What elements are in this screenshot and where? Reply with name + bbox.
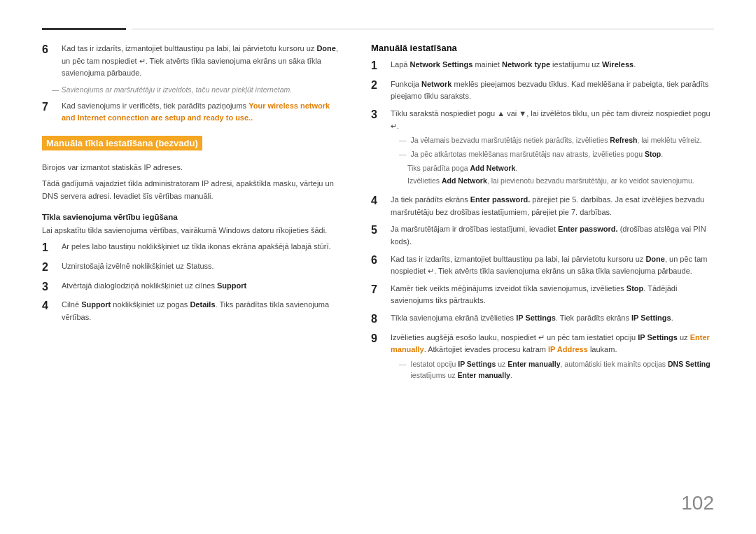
step-number: 4 bbox=[42, 299, 57, 314]
sub-heading-network-values: Tīkla savienojuma vērtību iegūšana bbox=[42, 213, 343, 221]
step-text: Kad tas ir izdarīts, izmantojiet bulttau… bbox=[391, 253, 714, 278]
step-number: 1 bbox=[371, 59, 386, 73]
step-text: Tīklu sarakstā nospiediet pogu ▲ vai ▼, … bbox=[391, 108, 714, 189]
list-item: 8 Tīkla savienojuma ekrānā izvēlieties I… bbox=[371, 312, 714, 327]
step-number: 6 bbox=[42, 43, 57, 57]
step-number: 3 bbox=[42, 280, 57, 295]
divider-thick bbox=[42, 28, 126, 30]
step-text: Ja maršrutētājam ir drošības iestatījumi… bbox=[391, 223, 714, 248]
list-item: 6 Kad tas ir izdarīts, izmantojiet bultt… bbox=[371, 253, 714, 278]
step-6-intro: 6 Kad tas ir izdarīts, izmantojiet bultt… bbox=[42, 43, 343, 80]
list-item: 1 Ar peles labo taustiņu noklikšķiniet u… bbox=[42, 241, 343, 255]
note-indent: Tiks parādīta poga Add Network. bbox=[407, 163, 714, 174]
step-number: 7 bbox=[371, 283, 386, 297]
step-text: Tīkla savienojuma ekrānā izvēlieties IP … bbox=[391, 312, 714, 325]
right-column: Manuālā iestatīšana 1 Lapā Network Setti… bbox=[371, 43, 714, 388]
step-text: Lapā Network Settings mainiet Network ty… bbox=[391, 59, 714, 71]
list-item: 3 Tīklu sarakstā nospiediet pogu ▲ vai ▼… bbox=[371, 108, 714, 189]
list-item: 4 Ja tiek parādīts ekrāns Enter password… bbox=[371, 194, 714, 218]
step-text: Cilnē Support noklikšķiniet uz pogas Det… bbox=[62, 299, 343, 323]
note-dash: — bbox=[399, 135, 407, 146]
step-number: 3 bbox=[371, 108, 386, 122]
step-number: 2 bbox=[42, 260, 57, 275]
section-heading-manual-settings: Manuālā iestatīšana bbox=[371, 43, 714, 53]
list-item: 5 Ja maršrutētājam ir drošības iestatīju… bbox=[371, 223, 714, 248]
note-indent: Izvēlieties Add Network, lai pievienotu … bbox=[407, 176, 714, 187]
step-number: 8 bbox=[371, 312, 386, 327]
step-text: Atvērtajā dialoglodziņā noklikšķiniet uz… bbox=[62, 280, 343, 293]
note-line: — Ja pēc atkārtotas meklēšanas maršrutēt… bbox=[399, 149, 714, 160]
page-number: 102 bbox=[681, 492, 714, 514]
steps-list-right: 1 Lapā Network Settings mainiet Network … bbox=[371, 59, 714, 384]
step-7-intro: 7 Kad savienojums ir verificēts, tiek pa… bbox=[42, 100, 343, 125]
step-text: Uznirstošajā izvēlnē noklikšķiniet uz St… bbox=[62, 260, 343, 273]
section-heading-manual-wireless: Manuāla tīkla iestatīšana (bezvadu) bbox=[42, 136, 202, 150]
step-number: 9 bbox=[371, 332, 386, 346]
step-7-text: Kad savienojums ir verificēts, tiek parā… bbox=[62, 100, 343, 125]
sub-para: Lai apskatītu tīkla savienojuma vērtības… bbox=[42, 225, 343, 237]
step-number: 4 bbox=[371, 194, 386, 209]
divider-thin bbox=[132, 29, 714, 29]
list-item: 9 Izvēlieties augšējā esošo lauku, nospi… bbox=[371, 332, 714, 384]
note-dash: — bbox=[399, 359, 407, 370]
step-number: 2 bbox=[371, 78, 386, 93]
note-text: Ja pēc atkārtotas meklēšanas maršrutētāj… bbox=[411, 149, 664, 160]
note-text: Ja vēlamais bezvadu maršrutētājs netiek … bbox=[411, 135, 702, 146]
top-divider bbox=[42, 28, 714, 30]
section-para1: Birojos var izmantot statiskās IP adrese… bbox=[42, 162, 343, 174]
list-item: 2 Funkcija Network meklēs pieejamos bezv… bbox=[371, 78, 714, 103]
step-text: Funkcija Network meklēs pieejamos bezvad… bbox=[391, 78, 714, 103]
step-text: Ja tiek parādīts ekrāns Enter password. … bbox=[391, 194, 714, 218]
italic-note-savienojums: — Savienojums ar maršrutētāju ir izveido… bbox=[52, 85, 343, 96]
step-text: Ar peles labo taustiņu noklikšķiniet uz … bbox=[62, 241, 343, 253]
note-line-enter-manually: — Iestatot opciju IP Settings uz Enter m… bbox=[399, 359, 714, 381]
list-item: 4 Cilnē Support noklikšķiniet uz pogas D… bbox=[42, 299, 343, 323]
step-number: 5 bbox=[371, 223, 386, 238]
list-item: 2 Uznirstošajā izvēlnē noklikšķiniet uz … bbox=[42, 260, 343, 275]
step-number: 6 bbox=[371, 253, 386, 268]
steps-list-left: 1 Ar peles labo taustiņu noklikšķiniet u… bbox=[42, 241, 343, 324]
step-number: 7 bbox=[42, 100, 57, 115]
left-column: 6 Kad tas ir izdarīts, izmantojiet bultt… bbox=[42, 43, 343, 388]
note-text-enter-manually: Iestatot opciju IP Settings uz Enter man… bbox=[411, 359, 715, 381]
list-item: 7 Kamēr tiek veikts mēģinājums izveidot … bbox=[371, 283, 714, 307]
step-number: 1 bbox=[42, 241, 57, 255]
note-line: — Ja vēlamais bezvadu maršrutētājs netie… bbox=[399, 135, 714, 146]
section-para2: Tādā gadījumā vajadziet tīkla administra… bbox=[42, 178, 343, 202]
note-dash: — bbox=[399, 149, 407, 160]
page: 6 Kad tas ir izdarīts, izmantojiet bultt… bbox=[0, 0, 756, 534]
list-item: 3 Atvērtajā dialoglodziņā noklikšķiniet … bbox=[42, 280, 343, 295]
two-column-layout: 6 Kad tas ir izdarīts, izmantojiet bultt… bbox=[42, 43, 714, 388]
step-6-text: Kad tas ir izdarīts, izmantojiet bulttau… bbox=[62, 43, 343, 80]
list-item: 1 Lapā Network Settings mainiet Network … bbox=[371, 59, 714, 73]
step-text: Izvēlieties augšējā esošo lauku, nospied… bbox=[391, 332, 714, 384]
step-text: Kamēr tiek veikts mēģinājums izveidot tī… bbox=[391, 283, 714, 307]
